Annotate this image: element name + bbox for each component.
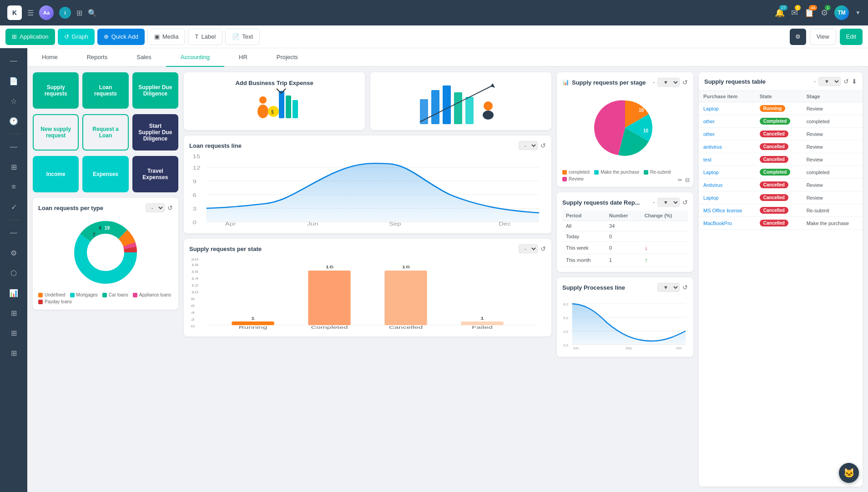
th-stage: Stage: [802, 91, 863, 102]
loan-line-refresh[interactable]: ↺: [540, 142, 546, 149]
supply-stage-legend: completed Make the purchase Re-submit: [562, 170, 688, 181]
quick-add-button[interactable]: ⊕ Quick Add: [97, 29, 145, 45]
tile-supplier-due[interactable]: Supplier Due Diligence: [132, 72, 178, 109]
user-avatar-tm[interactable]: TM: [834, 5, 849, 20]
tab-accounting[interactable]: Accounting: [166, 48, 224, 67]
pie-chart-wrap: 10 10: [562, 90, 688, 166]
dropdown-arrow-icon[interactable]: ▼: [855, 10, 861, 16]
chat-bubble[interactable]: 🐱: [839, 463, 859, 483]
tab-home[interactable]: Home: [27, 48, 72, 67]
supply-stage-refresh[interactable]: ↺: [682, 79, 688, 86]
stage-collapse-icon[interactable]: ⊟: [685, 177, 690, 183]
supply-date-select[interactable]: ▼: [657, 198, 680, 207]
svg-text:4.0: 4.0: [563, 330, 569, 334]
sidebar-icon-minus2[interactable]: —: [5, 138, 23, 156]
search-icon[interactable]: 🔍: [88, 9, 97, 17]
label-icon: T: [195, 33, 198, 40]
supply-state-select[interactable]: -: [519, 244, 538, 253]
chat-icon: 🐱: [843, 467, 855, 478]
donut-chart-svg: 30 66 19 4 7: [65, 216, 146, 289]
tab-reports[interactable]: Reports: [72, 48, 122, 67]
supply-stage-select[interactable]: ▼: [657, 78, 680, 87]
sidebar-icon-star[interactable]: ☆: [5, 92, 23, 110]
add-expense-card[interactable]: Add Business Trip Expense: [184, 72, 365, 130]
sidebar-icon-gear[interactable]: ⚙: [5, 244, 23, 262]
supply-processes-refresh[interactable]: ↺: [682, 284, 688, 291]
table-row: All 34: [562, 221, 688, 231]
tile-request-loan[interactable]: Request a Loan: [82, 114, 128, 151]
supply-table-select[interactable]: ▼: [818, 77, 841, 86]
loan-chart-select[interactable]: -: [146, 203, 165, 212]
text-button[interactable]: 📄 Text: [225, 29, 260, 45]
sidebar-icon-minus3[interactable]: —: [5, 224, 23, 242]
grid-icon[interactable]: ⊞: [76, 9, 82, 17]
file-notification[interactable]: 📋 44: [804, 8, 814, 18]
mail-notification[interactable]: ✉ 5: [791, 8, 798, 18]
supply-state-svg: 0 2 4 6 8 10 12 14 16 18 20: [189, 257, 546, 330]
supply-stage-card: 📊 Supply requests per stage - ▼ ↺: [557, 72, 693, 187]
supply-date-refresh[interactable]: ↺: [682, 199, 688, 206]
tab-projects[interactable]: Projects: [262, 48, 313, 67]
svg-text:1: 1: [480, 316, 484, 321]
sidebar-icon-layers[interactable]: ≡: [5, 178, 23, 196]
tile-start-supplier[interactable]: Start Supplier Due Diligence: [132, 114, 178, 151]
third-column: 📊 Supply requests per stage - ▼ ↺: [557, 72, 693, 487]
sidebar-icon-cube[interactable]: ⬡: [5, 264, 23, 282]
svg-text:10: 10: [643, 128, 649, 133]
view-button[interactable]: View: [810, 29, 836, 45]
svg-point-15: [257, 105, 268, 118]
application-button[interactable]: ⊞ Application: [5, 29, 55, 45]
supply-date-header: Supply requests date Rep... - ▼ ↺: [562, 198, 688, 207]
tile-supply-requests[interactable]: Supply requests: [33, 72, 79, 109]
stage-edit-icon[interactable]: ✏: [678, 177, 682, 183]
loan-line-select[interactable]: -: [519, 141, 538, 150]
tile-travel-expenses[interactable]: Travel Expenses: [132, 156, 178, 192]
sidebar-icon-minus[interactable]: —: [5, 52, 23, 70]
supply-table-refresh[interactable]: ↺: [843, 78, 849, 85]
info-icon[interactable]: i: [59, 7, 71, 19]
supply-table-download[interactable]: ⬇: [852, 78, 857, 85]
supply-processes-select[interactable]: ▼: [657, 283, 680, 292]
settings-button[interactable]: ⚙: [790, 29, 806, 45]
sidebar-icon-clock[interactable]: 🕐: [5, 112, 23, 130]
nav-right: 🔔 27 ✉ 5 📋 44 ⚙ 1 TM ▼: [775, 5, 861, 20]
tile-new-supply[interactable]: New supply request: [33, 114, 79, 151]
nav-left: K ☰ Aa i ⊞ 🔍: [7, 5, 97, 20]
edit-button[interactable]: Edit: [840, 29, 863, 45]
table-row: antivirus Cancelled Review: [699, 141, 863, 153]
tile-loan-requests[interactable]: Loan requests: [82, 72, 128, 109]
tile-expenses[interactable]: Expenses: [82, 156, 128, 192]
sidebar-icon-grid2[interactable]: ⊞: [5, 304, 23, 322]
tab-sales[interactable]: Sales: [122, 48, 166, 67]
sidebar-icon-chart[interactable]: 📊: [5, 284, 23, 302]
loan-line-title: Loan requests line: [189, 142, 242, 149]
file-badge: 44: [809, 5, 817, 10]
supply-stage-controls: - ▼ ↺: [653, 78, 688, 87]
svg-text:16: 16: [402, 265, 410, 269]
supply-state-refresh[interactable]: ↺: [540, 245, 546, 252]
svg-rect-11: [279, 91, 284, 118]
col-period: Period: [562, 211, 606, 221]
star-notification[interactable]: ⚙ 1: [821, 8, 828, 18]
table-row: This month 1 ↑: [562, 254, 688, 266]
tab-hr[interactable]: HR: [224, 48, 262, 67]
graph-button[interactable]: ↺ Graph: [58, 29, 95, 45]
logo[interactable]: K: [7, 5, 22, 20]
sidebar-icon-grid[interactable]: ⊞: [5, 158, 23, 176]
legend-mortgages: Mortgages: [70, 292, 98, 297]
svg-text:2: 2: [191, 317, 195, 321]
bell-notification[interactable]: 🔔 27: [775, 8, 785, 18]
svg-text:19: 19: [105, 226, 110, 231]
loan-chart-refresh[interactable]: ↺: [167, 204, 173, 211]
table-row: MS Office license Cancelled Re-submit: [699, 204, 863, 217]
sidebar-icon-check[interactable]: ✓: [5, 198, 23, 216]
col-change: Change (%): [641, 211, 688, 221]
label-button[interactable]: T Label: [188, 29, 222, 45]
tile-income[interactable]: Income: [33, 156, 79, 192]
menu-icon[interactable]: ☰: [27, 9, 34, 17]
sidebar-icon-apps2[interactable]: ⊞: [5, 344, 23, 362]
sidebar-icon-file[interactable]: 📄: [5, 72, 23, 90]
sidebar-icon-apps[interactable]: ⊞: [5, 324, 23, 342]
user-avatar-aa[interactable]: Aa: [39, 5, 54, 20]
media-button[interactable]: ▣ Media: [147, 29, 185, 45]
